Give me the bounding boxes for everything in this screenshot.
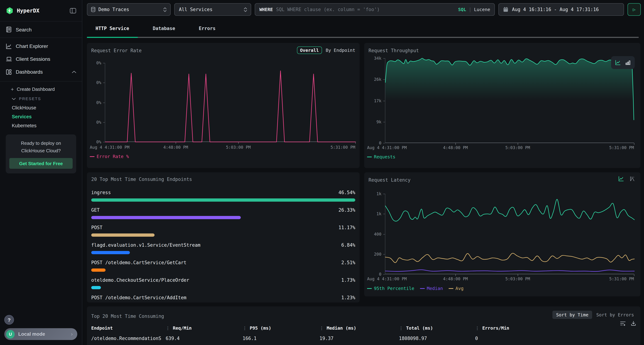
endpoint-bar	[91, 234, 154, 237]
x-axis-tick-label: 5:03:00 PM	[505, 276, 530, 281]
lucene-mode-toggle[interactable]: Lucene	[474, 7, 490, 12]
time-range-picker[interactable]: Aug 4 16:31:16 - Aug 4 17:31:16	[498, 3, 624, 16]
legend-item: 95th Percentile	[367, 286, 414, 291]
table-header-endpoint[interactable]: Endpoint	[91, 325, 166, 331]
create-dashboard-button[interactable]: + Create Dashboard	[0, 84, 82, 94]
sort-by-errors-button[interactable]: Sort by Errors	[593, 311, 637, 319]
endpoint-bar	[91, 216, 240, 219]
download-icon[interactable]	[631, 321, 636, 326]
tab-database[interactable]: Database	[144, 19, 184, 38]
plot-area	[385, 58, 634, 143]
endpoint-label: ingress	[91, 190, 111, 196]
presets-toggle[interactable]: PRESETS	[0, 94, 82, 103]
dashboard-content: Request Error Rate Overall By Endpoint 0…	[82, 38, 644, 345]
endpoint-bar-item[interactable]: POST11.17%	[91, 225, 355, 237]
service-select[interactable]: All Services	[174, 3, 251, 16]
endpoints-bar-list: ingress46.54%GET26.33%POST11.17%flagd.ev…	[91, 190, 355, 303]
y-axis-tick-label: 9k	[364, 119, 382, 124]
table-header-req-min[interactable]: ⋮Req/Min	[166, 325, 242, 331]
dashboard-grid-icon	[6, 69, 15, 75]
help-button[interactable]: ?	[4, 315, 14, 325]
line-chart-icon[interactable]	[618, 176, 624, 182]
where-keyword: WHERE	[260, 7, 273, 12]
y-axis-tick-label: 0%	[87, 100, 101, 105]
sidebar-item-client-sessions[interactable]: Client Sessions	[0, 52, 82, 65]
endpoint-bar	[91, 251, 130, 254]
legend-item: Avg	[449, 286, 464, 291]
calendar-icon	[503, 7, 508, 12]
tab-errors[interactable]: Errors	[190, 19, 224, 38]
sort-by-time-button[interactable]: Sort by Time	[552, 311, 592, 319]
endpoint-label: oteldemo.CheckoutService/PlaceOrder	[91, 278, 189, 283]
request-throughput-card: Request Throughput 34k26k17k9k0Aug 4 4:3…	[364, 43, 640, 168]
top-endpoints-card: 20 Top Most Time Consuming Endpoints ing…	[87, 172, 360, 303]
chevron-up-icon	[72, 71, 76, 73]
line-chart-icon[interactable]	[615, 60, 621, 65]
search-input[interactable]: WHERE SQL WHERE clause (ex. column = 'fo…	[255, 3, 495, 16]
get-started-button[interactable]: Get Started for Free	[9, 158, 73, 169]
sidebar-item-search[interactable]: Search	[0, 21, 82, 37]
endpoint-bar-item[interactable]: GET26.33%	[91, 207, 355, 219]
latency-chart: 1k1k4002000Aug 4 4:31:00 PM4:48:00 PM5:0…	[364, 172, 640, 296]
clickhouse-cloud-promo: Ready to deploy on ClickHouse Cloud? Get…	[6, 134, 76, 173]
endpoint-percentage: 1.23%	[341, 295, 355, 301]
chevron-down-icon	[12, 97, 16, 100]
preset-label: Services	[12, 114, 32, 119]
table-header-p95-ms-[interactable]: ⋮P95 (ms)	[242, 325, 320, 331]
sql-mode-toggle[interactable]: SQL	[458, 7, 466, 12]
tab-label: Database	[153, 26, 175, 31]
tab-label: Errors	[199, 26, 216, 31]
plus-icon: +	[11, 86, 14, 92]
endpoint-percentage: 6.84%	[341, 242, 355, 248]
endpoint-label: POST /oteldemo.CartService/AddItem	[91, 295, 186, 301]
x-axis-tick-label: Aug 4 4:31:00 PM	[367, 276, 407, 281]
by-endpoint-button[interactable]: By Endpoint	[326, 47, 355, 53]
service-select-value: All Services	[179, 7, 244, 12]
select-chevrons-icon	[163, 7, 167, 12]
endpoint-bar-item[interactable]: ingress46.54%	[91, 190, 355, 202]
sidebar-collapse-icon[interactable]	[70, 8, 76, 13]
sidebar-item-chart-explorer[interactable]: Chart Explorer	[0, 40, 82, 52]
sidebar-item-label: Client Sessions	[16, 56, 76, 62]
top-time-consuming-table-card: Top 20 Most Time Consuming Sort by Time …	[87, 306, 640, 345]
play-icon: ▷	[633, 7, 636, 12]
source-select[interactable]: Demo Traces	[87, 3, 171, 16]
endpoint-label: GET	[91, 207, 100, 213]
y-axis-tick-label: 200	[364, 252, 382, 257]
sidebar-item-dashboards[interactable]: Dashboards	[0, 65, 82, 78]
table-cell: 0	[475, 336, 636, 341]
sidebar-item-services[interactable]: Services	[0, 112, 82, 121]
x-axis-tick-label: 5:31:00 PM	[330, 145, 356, 150]
plot-area	[105, 63, 355, 142]
table-header-median-ms-[interactable]: ⋮Median (ms)	[320, 325, 399, 331]
x-axis-tick-label: Aug 4 4:31:00 PM	[90, 145, 130, 150]
sidebar-item-clickhouse[interactable]: ClickHouse	[0, 103, 82, 112]
table-header-errors-min[interactable]: ⋮Errors/Min	[475, 325, 636, 331]
wrap-lines-icon[interactable]	[620, 321, 626, 326]
bar-chart-icon[interactable]	[625, 60, 631, 65]
create-dashboard-label: Create Dashboard	[17, 86, 55, 92]
sidebar-item-kubernetes[interactable]: Kubernetes	[0, 121, 82, 130]
tab-http-service[interactable]: HTTP Service	[87, 19, 138, 38]
chart-line-icon	[6, 43, 15, 49]
endpoint-bar-item[interactable]: oteldemo.CheckoutService/PlaceOrder1.73%	[91, 278, 355, 289]
run-query-button[interactable]: ▷	[628, 3, 641, 16]
endpoint-bar-item[interactable]: flagd.evaluation.v1.Service/EventStream6…	[91, 242, 355, 254]
request-error-rate-card: Request Error Rate Overall By Endpoint 0…	[87, 43, 360, 168]
table-header-row: Endpoint⋮Req/Min⋮P95 (ms)⋮Median (ms)⋮To…	[91, 325, 636, 331]
table-header-total-ms-[interactable]: ⋮Total (ms)	[399, 325, 475, 331]
overall-button[interactable]: Overall	[297, 46, 322, 54]
endpoint-label: POST	[91, 225, 102, 231]
select-chevrons-icon	[244, 7, 247, 12]
endpoint-bar-item[interactable]: POST /oteldemo.CartService/GetCart2.51%	[91, 260, 355, 272]
x-axis-tick-label: 5:03:00 PM	[505, 145, 530, 150]
histogram-icon[interactable]	[630, 176, 636, 182]
endpoint-bar-item[interactable]: POST /oteldemo.CartService/AddItem1.23%	[91, 295, 355, 303]
hyperdx-dashboard: HyperDX Search Chart Explorer	[0, 0, 644, 345]
table-row[interactable]: /oteldemo.RecommendationServ639.4166.119…	[91, 336, 636, 341]
local-mode-menu[interactable]: U Local mode ›	[4, 328, 77, 340]
endpoint-label: flagd.evaluation.v1.Service/EventStream	[91, 242, 200, 248]
x-axis-tick-label: 5:31:00 PM	[609, 145, 634, 150]
y-axis-tick-label: 1k	[364, 191, 382, 196]
y-axis-tick-label: 17k	[364, 98, 382, 103]
